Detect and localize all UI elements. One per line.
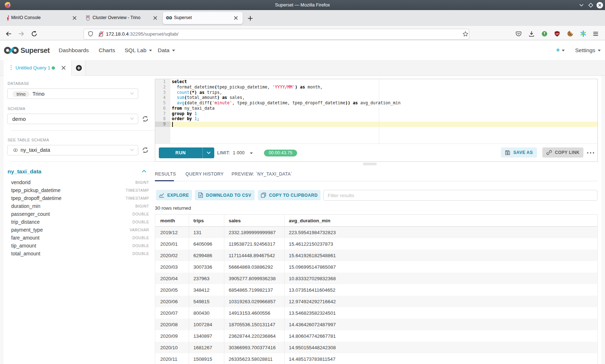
table-column-row[interactable]: fare_amountDOUBLE — [11, 234, 149, 242]
caret-down-icon — [598, 50, 601, 51]
results-cell: 23628744.220236864 — [224, 330, 284, 342]
column-header[interactable]: sales — [224, 215, 284, 226]
new-query-tab-button[interactable] — [71, 60, 85, 76]
editor-code[interactable]: select format_datetime(tpep_pickup_datet… — [172, 79, 400, 127]
results-cell: 348412 — [189, 284, 224, 296]
url-bar[interactable]: 172.18.0.4:32295/superset/sqllab/ — [84, 29, 469, 40]
new-tab-button[interactable] — [247, 15, 254, 22]
lock-insecure-icon[interactable] — [98, 31, 104, 37]
results-table-row[interactable]: 2020/042379633905277.809993623810.833327… — [155, 273, 597, 284]
close-window-button[interactable] — [596, 0, 603, 10]
explore-button[interactable]: EXPLORE — [156, 190, 192, 200]
save-as-button[interactable]: SAVE AS — [501, 147, 537, 158]
table-column-row[interactable]: tpep_pickup_datetimeTIMESTAMP — [11, 186, 149, 194]
maximize-button[interactable] — [588, 0, 593, 10]
collapse-chevron-up-icon[interactable] — [142, 170, 146, 173]
query-tab[interactable]: Untitled Query 1 — [4, 60, 73, 76]
run-dropdown-button[interactable] — [202, 147, 214, 158]
sql-code-editor[interactable]: 123456789 select format_datetime(tpep_pi… — [155, 79, 597, 144]
results-cell: 10.833327029832368 — [284, 273, 597, 284]
nav-sql-lab[interactable]: SQL Lab — [125, 40, 152, 60]
results-table-body: 2019/121312332.1899999999987223.59541984… — [155, 227, 597, 364]
more-options-button[interactable] — [586, 150, 595, 156]
table-column-row[interactable]: duration_minBIGINT — [11, 202, 149, 210]
refresh-schemas-icon[interactable] — [142, 115, 149, 122]
results-table-row[interactable]: 2020/09134089723628744.22023686414.80604… — [155, 330, 597, 342]
filter-results-input[interactable] — [323, 190, 597, 201]
browser-tab-trino[interactable]: Cluster Overview - Trino — [82, 12, 162, 24]
nav-settings[interactable]: Settings — [575, 40, 601, 60]
table-column-row[interactable]: tip_amountDOUBLE — [11, 242, 149, 250]
results-cell: 15.46122150237873 — [284, 238, 597, 250]
extension-asterisk-icon[interactable] — [580, 30, 586, 37]
reload-button[interactable] — [31, 31, 37, 37]
download-to-csv-button[interactable]: DOWNLOAD TO CSV — [195, 190, 255, 200]
table-column-row[interactable]: passenger_countDOUBLE — [11, 210, 149, 218]
results-table-row[interactable]: 2020/11150891526335623.5802881114.485173… — [155, 353, 597, 364]
bookmark-star-icon[interactable] — [462, 31, 469, 37]
superset-logo-icon[interactable] — [4, 46, 19, 54]
copy-link-button[interactable]: COPY LINK — [542, 147, 583, 158]
nav-charts[interactable]: Charts — [99, 40, 115, 60]
shield-icon[interactable] — [88, 31, 94, 37]
extension-green-icon[interactable] — [541, 31, 548, 37]
browser-tab-title: Superset — [174, 15, 192, 20]
nav-new-plus[interactable]: + — [556, 40, 565, 60]
results-table-row[interactable]: 2019/121312332.1899999999987223.59541984… — [155, 227, 597, 238]
table-column-row[interactable]: vendoridBIGINT — [11, 178, 149, 186]
drag-dots-icon[interactable] — [10, 65, 12, 70]
limit-dropdown[interactable]: LIMIT: 1 000 — [217, 147, 253, 158]
pane-resize-handle[interactable] — [363, 163, 377, 164]
results-table-row[interactable]: 2020/016405096119538721.9245631715.46122… — [155, 238, 597, 250]
nav-dashboards[interactable]: Dashboards — [59, 40, 89, 60]
ublock-icon[interactable]: uO — [554, 31, 560, 37]
back-button[interactable] — [5, 31, 12, 37]
column-header[interactable]: month — [155, 215, 189, 226]
pane-resize-handle[interactable] — [363, 164, 377, 165]
results-table-row[interactable]: 2020/08100728418705536.15013114714.43642… — [155, 319, 597, 330]
results-table-row[interactable]: 2020/0654981510319263.02996685712.974924… — [155, 296, 597, 307]
column-header[interactable]: avg_duration_min — [284, 215, 597, 226]
refresh-tables-icon[interactable] — [142, 147, 149, 154]
results-cell: 14.950155448242308 — [284, 342, 597, 353]
tab-results[interactable]: RESULTS — [155, 171, 176, 177]
tab-preview[interactable]: PREVIEW: `NY_TAXI_DATA` — [232, 171, 292, 177]
tab-query-history[interactable]: QUERY HISTORY — [185, 171, 224, 177]
table-column-row[interactable]: total_amountDOUBLE — [11, 250, 149, 258]
results-table-row[interactable]: 2020/03300733656664869.0388629215.096995… — [155, 261, 597, 273]
run-button[interactable]: RUN — [159, 147, 202, 158]
minimize-button[interactable] — [579, 0, 584, 10]
table-column-row[interactable]: payment_typeVARCHAR — [11, 226, 149, 234]
tab-close-icon[interactable] — [152, 14, 159, 22]
table-column-row[interactable]: trip_distanceDOUBLE — [11, 218, 149, 226]
url-text[interactable]: 172.18.0.4:32295/superset/sqllab/ — [106, 29, 179, 39]
results-table-row[interactable]: 2020/10168126730366993.70037741614.95015… — [155, 342, 597, 353]
query-tab-label[interactable]: Untitled Query 1 — [15, 60, 50, 76]
results-table-row[interactable]: 2020/026299486117114448.8946754215.64192… — [155, 250, 597, 261]
cookie-icon[interactable] — [567, 30, 573, 37]
tab-close-icon[interactable] — [71, 14, 78, 22]
database-select[interactable]: trino Trino — [7, 88, 138, 99]
results-table-row[interactable]: 2020/053484126854865.71998213713.0735164… — [155, 284, 597, 296]
tab-close-icon[interactable] — [232, 14, 239, 22]
menu-hamburger-icon[interactable] — [592, 31, 599, 37]
nav-data[interactable]: Data — [158, 40, 175, 60]
browser-tab-minio[interactable]: MinIO Console — [3, 12, 82, 24]
table-column-row[interactable]: tpep_dropoff_datetimeTIMESTAMP — [11, 194, 149, 202]
copy-to-clipboard-button[interactable]: COPY TO CLIPBOARD — [258, 190, 321, 200]
query-tab-close-icon[interactable] — [60, 65, 67, 71]
column-name: passenger_count — [11, 211, 50, 217]
results-cell: 6405096 — [189, 238, 224, 250]
results-table-header: month trips sales avg_duration_min — [155, 214, 597, 227]
superset-brand[interactable]: Superset — [21, 40, 50, 60]
results-table-row[interactable]: 2020/0780043014913153.460055613.54682358… — [155, 307, 597, 319]
column-header[interactable]: trips — [189, 215, 224, 226]
limit-label: LIMIT: — [217, 150, 230, 155]
pocket-icon[interactable] — [515, 31, 522, 37]
schema-select[interactable]: demo — [7, 114, 138, 124]
browser-tab-superset[interactable]: Superset — [163, 12, 243, 24]
downloads-icon[interactable] — [528, 31, 535, 37]
forward-button[interactable] — [18, 31, 24, 37]
table-schema-heading[interactable]: ny_taxi_data — [8, 168, 41, 175]
table-select[interactable]: ny_taxi_data — [7, 145, 138, 155]
